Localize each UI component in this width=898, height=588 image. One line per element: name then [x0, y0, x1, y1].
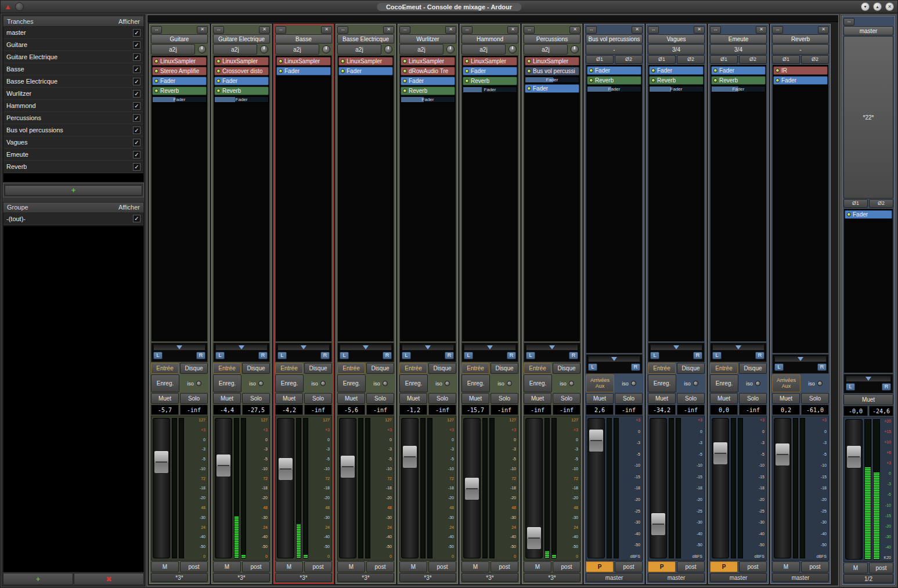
record-enable-button[interactable]: Enreg. — [337, 374, 366, 392]
pan-right-button[interactable]: R — [196, 352, 205, 359]
strip-name-button[interactable]: Guitare Electrique — [213, 34, 270, 44]
trim-knob[interactable] — [383, 44, 394, 55]
mute-button[interactable]: Muet — [843, 394, 893, 405]
solo-button[interactable]: Solo — [677, 393, 705, 404]
visibility-checkbox[interactable]: ✓ — [133, 41, 140, 49]
track-visibility-row[interactable]: Reverb✓ — [3, 161, 143, 173]
solo-button[interactable]: Solo — [491, 393, 518, 404]
processor-active-led[interactable] — [341, 69, 345, 73]
peak-value[interactable]: -inf — [428, 405, 456, 415]
processor-active-led[interactable] — [341, 59, 345, 63]
pan-right-button[interactable]: R — [882, 383, 891, 391]
strip-name-button[interactable]: Basse — [275, 34, 332, 44]
strip-width-button[interactable]: ↔ — [710, 26, 721, 34]
strip-width-button[interactable]: ↔ — [337, 26, 348, 34]
solo-button[interactable]: Solo — [366, 393, 394, 404]
strip-hide-button[interactable]: ✕ — [569, 26, 580, 34]
pan-left-button[interactable]: L — [526, 352, 535, 359]
processor-linuxsampler[interactable]: LinuxSampler — [525, 57, 579, 66]
mute-button[interactable]: Muet — [586, 393, 614, 404]
processor-bus-vol-percussi[interactable]: Bus vol percussi — [525, 67, 579, 75]
phase-invert-button-1[interactable]: Ø1 — [710, 55, 738, 64]
gain-value[interactable]: 2,6 — [586, 405, 614, 415]
gain-value[interactable]: -inf — [524, 405, 551, 415]
strip-name-button[interactable]: master — [843, 26, 893, 35]
strip-width-button[interactable]: ↔ — [843, 18, 854, 26]
processor-active-led[interactable] — [465, 59, 469, 63]
track-visibility-row[interactable]: master✓ — [3, 27, 143, 39]
record-enable-button[interactable]: Enreg. — [648, 374, 676, 392]
processor-active-led[interactable] — [217, 79, 221, 83]
meter-point-button[interactable]: P — [648, 561, 676, 572]
pan-left-button[interactable]: L — [277, 352, 287, 359]
output-button[interactable]: master — [710, 573, 767, 582]
disk-button[interactable]: Disque — [304, 363, 332, 374]
mixer-scroll-bar[interactable] — [147, 15, 838, 22]
visibility-checkbox[interactable]: ✓ — [133, 66, 140, 73]
processor-reverb[interactable]: Reverb — [711, 76, 766, 85]
strip-hide-button[interactable]: ✕ — [383, 26, 394, 34]
solo-iso-indicator[interactable] — [693, 381, 698, 386]
trim-knob[interactable] — [258, 44, 270, 55]
strip-name-button[interactable]: Hammond — [461, 34, 518, 44]
processor-active-led[interactable] — [465, 69, 469, 73]
fader-handle[interactable] — [278, 457, 293, 481]
solo-button[interactable]: Solo — [180, 393, 208, 404]
processor-send-fader[interactable]: Fader — [587, 86, 641, 92]
processor-active-led[interactable] — [713, 68, 717, 73]
pan-right-button[interactable]: R — [631, 363, 640, 371]
gain-value[interactable]: -4,4 — [213, 405, 241, 415]
phase-invert-button-1[interactable]: Ø1 — [648, 55, 676, 64]
pan-right-button[interactable]: R — [569, 352, 578, 359]
gain-fader[interactable] — [339, 418, 356, 558]
solo-iso-indicator[interactable] — [755, 381, 760, 386]
meter-point-button[interactable]: M — [461, 561, 489, 572]
processor-box[interactable]: LinuxSamplerFader — [275, 55, 332, 342]
strip-name-button[interactable]: Emeute — [710, 34, 767, 44]
disk-button[interactable]: Disque — [553, 363, 580, 374]
processor-active-led[interactable] — [527, 69, 531, 73]
processor-active-led[interactable] — [279, 59, 283, 63]
processor-fader[interactable]: Fader — [525, 84, 579, 93]
fader-handle[interactable] — [154, 450, 169, 474]
disk-button[interactable]: Disque — [677, 363, 705, 374]
processor-active-led[interactable] — [154, 59, 158, 63]
processor-crossover-disto[interactable]: Crossover disto — [214, 67, 269, 75]
gain-value[interactable]: 0,0 — [710, 405, 738, 415]
peak-value[interactable]: -27,5 — [242, 405, 270, 415]
meter-point-button[interactable]: M — [275, 561, 303, 572]
pan-slider[interactable] — [153, 344, 205, 351]
strip-name-button[interactable]: Reverb — [772, 34, 829, 44]
pan-left-button[interactable]: L — [774, 363, 784, 371]
trim-knob[interactable] — [569, 44, 580, 55]
solo-button[interactable]: Solo — [801, 393, 829, 404]
solo-iso-indicator[interactable] — [258, 381, 264, 386]
processor-active-led[interactable] — [776, 78, 780, 82]
processor-box[interactable]: Fader — [843, 208, 893, 373]
meter-position-button[interactable]: post — [366, 561, 394, 572]
pan-right-button[interactable]: R — [755, 352, 764, 359]
route-group-button[interactable]: a2j — [461, 44, 506, 55]
strip-name-button[interactable]: Vagues — [648, 34, 705, 44]
window-close-button[interactable]: ✕ — [885, 2, 894, 11]
processor-drowaudio-tre[interactable]: dRowAudio Tre — [401, 67, 455, 75]
pan-slider[interactable] — [340, 344, 392, 351]
strip-hide-button[interactable]: ✕ — [259, 26, 270, 34]
strip-hide-button[interactable]: ✕ — [694, 26, 705, 34]
strip-name-button[interactable]: Guitare — [151, 34, 208, 44]
gain-value[interactable]: -15,7 — [461, 405, 489, 415]
fader-handle[interactable] — [340, 455, 355, 478]
input-button[interactable]: Entrée — [151, 363, 179, 374]
processor-box[interactable]: LinuxSamplerBus vol percussiFaderFader — [524, 55, 580, 342]
pan-slider[interactable] — [846, 376, 891, 382]
processor-reverb[interactable]: Reverb — [463, 77, 517, 85]
route-group-button[interactable]: 3/4 — [648, 44, 705, 55]
mute-button[interactable]: Muet — [772, 393, 800, 404]
disk-button[interactable]: Disque — [739, 363, 767, 374]
pan-slider[interactable] — [402, 344, 454, 351]
meter-point-button[interactable]: M — [337, 561, 365, 572]
gain-value[interactable]: -4,2 — [275, 405, 303, 415]
pan-slider[interactable] — [774, 356, 827, 362]
processor-active-led[interactable] — [217, 89, 221, 93]
meter-position-button[interactable]: post — [615, 561, 643, 572]
